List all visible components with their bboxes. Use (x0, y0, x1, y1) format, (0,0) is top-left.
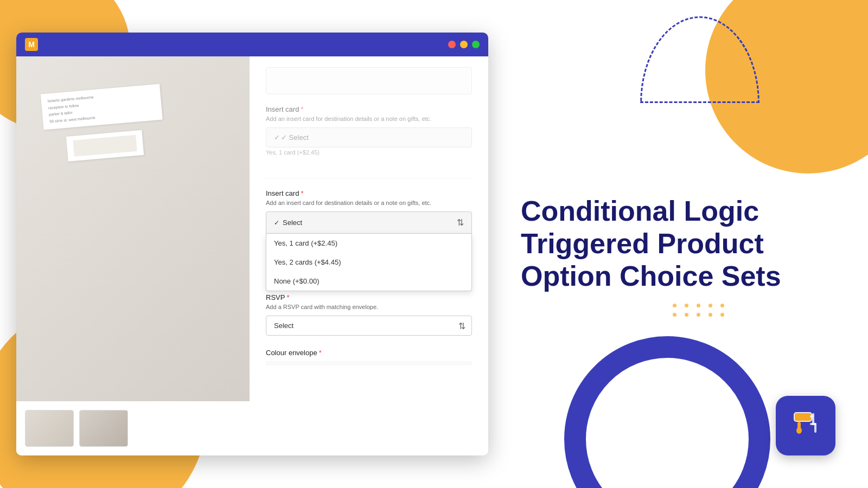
rsvp-required-marker: * (286, 293, 289, 301)
dropdown-arrow-icon: ⇅ (457, 217, 464, 228)
dropdown-option-1card[interactable]: Yes, 2 cards (+$4.45) (266, 253, 471, 272)
stationery-card-main: botanic gardens melbourne reception to f… (41, 84, 163, 130)
traffic-light-red[interactable] (448, 41, 456, 48)
insert-card-section: Insert card* Add an insert card for dest… (266, 189, 472, 234)
headline-line3: Option Choice Sets (521, 260, 781, 292)
traffic-light-yellow[interactable] (460, 41, 468, 48)
headline-line1: Conditional Logic (521, 195, 759, 227)
check-mark-top: ✓ (274, 133, 280, 142)
top-insert-card-label: Insert card* (266, 105, 472, 113)
product-options-panel: Insert card* Add an insert card for dest… (250, 56, 488, 455)
browser-window: M botanic gardens melbourne rec (16, 33, 488, 455)
rsvp-label: RSVP* (266, 293, 472, 301)
app-icon-image (789, 407, 822, 445)
rsvp-select-wrapper: Select ⇅ (266, 316, 472, 336)
traffic-lights (448, 41, 480, 48)
thumb-inner-2 (80, 410, 127, 446)
dropdown-option-2cards[interactable]: None (+$0.00) (266, 272, 471, 291)
colour-envelope-required: * (319, 349, 322, 357)
check-mark: ✓ (274, 219, 279, 227)
insert-card-description: Add an insert card for destination detai… (266, 200, 472, 206)
browser-body: botanic gardens melbourne reception to f… (16, 56, 488, 455)
product-left-panel: botanic gardens melbourne reception to f… (16, 56, 250, 455)
right-text-panel: Conditional Logic Triggered Product Opti… (488, 174, 868, 314)
stationery-visual: botanic gardens melbourne reception to f… (41, 84, 165, 164)
colour-envelope-placeholder (266, 361, 472, 365)
colour-envelope-section: Colour envelope* (266, 349, 472, 365)
headline: Conditional Logic Triggered Product Opti… (521, 195, 781, 292)
rsvp-section: RSVP* Add a RSVP card with matching enve… (266, 293, 472, 336)
product-main-image: botanic gardens melbourne reception to f… (16, 56, 250, 401)
insert-card-dropdown[interactable]: ✓ Select ⇅ Yes, 1 card (+$2.45) Yes, 2 c… (266, 211, 472, 234)
insert-card-label: Insert card* (266, 189, 472, 197)
thumb-inner-1 (25, 410, 73, 446)
thumbnail-1[interactable] (25, 410, 74, 447)
svg-rect-1 (795, 413, 811, 421)
svg-point-7 (796, 427, 802, 434)
dropdown-option-select[interactable]: Yes, 1 card (+$2.45) (266, 234, 471, 253)
headline-line2: Triggered Product (521, 228, 764, 259)
stationery-card-small (66, 130, 144, 162)
dropdown-selected[interactable]: ✓ Select ⇅ (266, 211, 472, 234)
traffic-light-green[interactable] (472, 41, 480, 48)
rsvp-select[interactable]: Select (266, 316, 472, 336)
required-marker: * (301, 105, 303, 113)
main-content: M botanic gardens melbourne rec (0, 0, 868, 488)
required-marker-2: * (301, 189, 303, 197)
top-dropdown-hint: Yes, 1 card (+$2.45) (266, 147, 472, 157)
browser-titlebar: M (16, 33, 488, 56)
browser-logo: M (25, 38, 38, 51)
top-faded-section: Insert card* Add an insert card for dest… (266, 67, 472, 178)
top-insert-card-description: Add an insert card for destination detai… (266, 115, 472, 122)
colour-envelope-label: Colour envelope* (266, 349, 472, 357)
svg-rect-5 (814, 423, 816, 433)
rsvp-description: Add a RSVP card with matching envelope. (266, 304, 472, 310)
app-icon[interactable] (776, 396, 835, 455)
faded-textarea (266, 67, 472, 94)
top-select-display[interactable]: ✓ ✓ Select (266, 127, 472, 147)
product-thumbnails (16, 401, 250, 455)
thumbnail-2[interactable] (79, 410, 128, 447)
logo-text: M (28, 40, 35, 49)
dropdown-options-list: Yes, 1 card (+$2.45) Yes, 2 cards (+$4.4… (266, 234, 472, 291)
dropdown-selected-text: Select (283, 219, 302, 227)
top-select-wrapper: ✓ ✓ Select Yes, 1 card (+$2.45) (266, 127, 472, 157)
top-insert-card-section: Insert card* Add an insert card for dest… (266, 105, 472, 157)
top-select-value: ✓ Select (281, 133, 309, 142)
